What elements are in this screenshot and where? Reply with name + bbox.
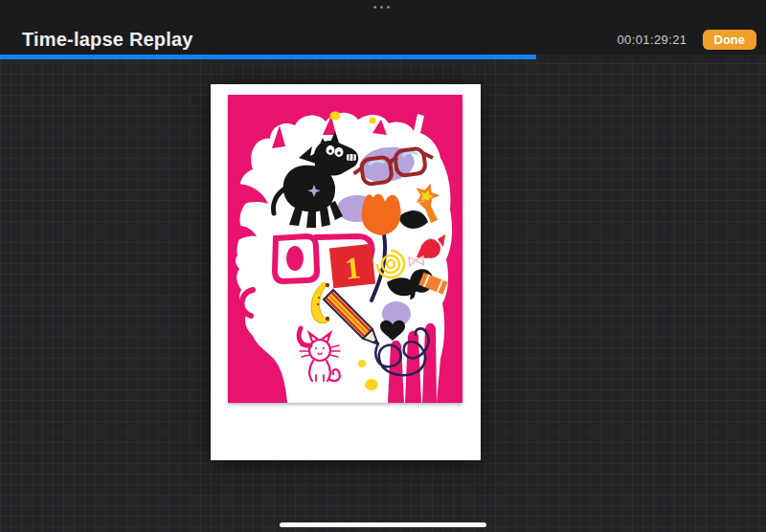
yellow-dot	[358, 360, 366, 367]
replay-timecode: 00:01:29:21	[617, 33, 687, 47]
header-row: Time-lapse Replay 00:01:29:21 Done	[0, 25, 766, 54]
replay-progress-track[interactable]	[0, 55, 766, 59]
done-button[interactable]: Done	[703, 30, 757, 50]
home-indicator[interactable]	[280, 522, 486, 527]
yellow-dot	[370, 118, 376, 124]
number-one-card: 1	[329, 244, 375, 288]
replay-canvas[interactable]: 1	[211, 84, 481, 460]
yellow-dot	[330, 112, 341, 121]
yellow-dot	[365, 379, 378, 390]
header-bar: ••• Time-lapse Replay 00:01:29:21 Done	[0, 0, 766, 59]
replay-progress-fill	[0, 55, 536, 59]
artwork-print: 1	[228, 95, 462, 403]
page-title: Time-lapse Replay	[22, 29, 193, 51]
timelapse-artwork: 1	[228, 95, 462, 403]
horse-teeth	[347, 154, 356, 161]
multitask-dots-icon: •••	[373, 1, 394, 12]
timelapse-replay-screen: ••• Time-lapse Replay 00:01:29:21 Done	[0, 0, 766, 532]
